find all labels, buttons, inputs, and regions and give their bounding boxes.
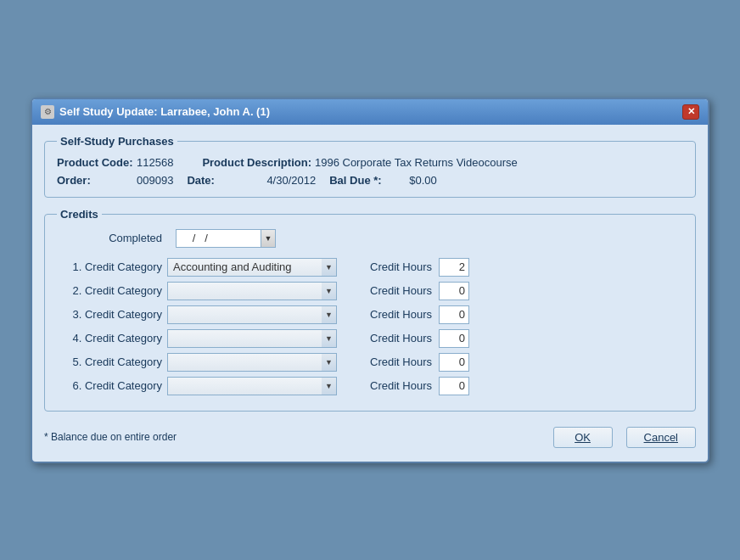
category-select-2[interactable] bbox=[167, 282, 322, 300]
order-value: 009093 bbox=[137, 174, 173, 187]
product-desc-value: 1996 Corporate Tax Returns Videocourse bbox=[315, 156, 518, 169]
credit-hours-label-2: Credit Hours bbox=[362, 284, 439, 297]
ok-label: OK bbox=[575, 431, 591, 444]
category-label-6: 6. Credit Category bbox=[57, 379, 167, 392]
category-select-wrapper-5: ▼ bbox=[167, 353, 337, 372]
credits-legend: Credits bbox=[57, 208, 102, 221]
category-select-1[interactable]: Accounting and Auditing bbox=[167, 258, 322, 277]
category-dropdown-btn-2[interactable]: ▼ bbox=[322, 282, 337, 300]
all-credit-rows: 1. Credit CategoryAccounting and Auditin… bbox=[57, 258, 683, 400]
category-row-6: 6. Credit Category▼Credit Hours bbox=[57, 377, 683, 395]
credit-hours-label-4: Credit Hours bbox=[362, 332, 439, 344]
credit-hours-input-4[interactable] bbox=[439, 329, 469, 348]
cancel-button[interactable]: Cancel bbox=[626, 427, 696, 448]
category-select-6[interactable] bbox=[167, 377, 322, 395]
date-pair: Date: 4/30/2012 bbox=[187, 174, 316, 187]
category-select-5[interactable] bbox=[167, 353, 322, 372]
credit-hours-label-5: Credit Hours bbox=[362, 356, 439, 368]
order-label: Order: bbox=[57, 174, 133, 187]
category-select-wrapper-4: ▼ bbox=[167, 329, 337, 348]
completed-label: Completed bbox=[57, 232, 167, 244]
credit-hours-input-6[interactable] bbox=[439, 377, 469, 395]
category-label-5: 5. Credit Category bbox=[57, 356, 167, 368]
category-select-wrapper-2: ▼ bbox=[167, 282, 337, 300]
credit-hours-input-5[interactable] bbox=[439, 353, 469, 372]
date-label: Date: bbox=[187, 174, 263, 187]
completed-date-field[interactable] bbox=[176, 229, 261, 248]
order-row: Order: 009093 Date: 4/30/2012 Bal Due *:… bbox=[57, 174, 683, 187]
product-desc-label: Product Description: bbox=[202, 156, 311, 169]
category-select-wrapper-1: Accounting and Auditing▼ bbox=[167, 258, 337, 277]
title-bar-left: ⚙ Self Study Update: Larrabee, John A. (… bbox=[41, 105, 270, 119]
main-window: ⚙ Self Study Update: Larrabee, John A. (… bbox=[31, 98, 709, 463]
category-label-3: 3. Credit Category bbox=[57, 308, 167, 321]
date-value: 4/30/2012 bbox=[266, 174, 316, 187]
window-icon: ⚙ bbox=[41, 105, 54, 119]
credit-hours-label-6: Credit Hours bbox=[362, 379, 439, 392]
footer-note: * Balance due on entire order bbox=[44, 431, 540, 443]
product-row: Product Code: 112568 Product Description… bbox=[57, 156, 683, 169]
completed-row: Completed ▼ bbox=[57, 229, 683, 248]
self-study-section: Self-Study Purchases Product Code: 11256… bbox=[44, 135, 696, 198]
category-dropdown-btn-1[interactable]: ▼ bbox=[322, 258, 337, 277]
credits-section: Credits Completed ▼ 1. Credit CategoryAc… bbox=[44, 208, 696, 412]
category-label-2: 2. Credit Category bbox=[57, 284, 167, 297]
category-dropdown-btn-6[interactable]: ▼ bbox=[322, 377, 337, 395]
credit-hours-input-3[interactable] bbox=[439, 305, 469, 324]
completed-date-input[interactable]: ▼ bbox=[176, 229, 276, 248]
category-label-4: 4. Credit Category bbox=[57, 332, 167, 344]
close-button[interactable]: ✕ bbox=[682, 104, 699, 120]
product-code-label: Product Code: bbox=[57, 156, 133, 169]
category-select-3[interactable] bbox=[167, 305, 322, 324]
category-dropdown-btn-4[interactable]: ▼ bbox=[322, 329, 337, 348]
title-bar: ⚙ Self Study Update: Larrabee, John A. (… bbox=[32, 99, 708, 125]
category-row-1: 1. Credit CategoryAccounting and Auditin… bbox=[57, 258, 683, 277]
category-select-wrapper-3: ▼ bbox=[167, 305, 337, 324]
window-body: Self-Study Purchases Product Code: 11256… bbox=[32, 125, 708, 462]
bal-due-pair: Bal Due *: $0.00 bbox=[329, 174, 437, 187]
category-row-3: 3. Credit Category▼Credit Hours bbox=[57, 305, 683, 324]
completed-dropdown-btn[interactable]: ▼ bbox=[261, 229, 276, 248]
bal-due-label: Bal Due *: bbox=[329, 174, 406, 187]
category-dropdown-btn-3[interactable]: ▼ bbox=[322, 305, 337, 324]
credit-hours-label-1: Credit Hours bbox=[362, 260, 439, 273]
category-dropdown-btn-5[interactable]: ▼ bbox=[322, 353, 337, 372]
credit-hours-input-2[interactable] bbox=[439, 282, 469, 300]
ok-button[interactable]: OK bbox=[553, 427, 613, 448]
product-code-value: 112568 bbox=[137, 156, 173, 169]
bal-due-value: $0.00 bbox=[409, 174, 437, 187]
category-row-2: 2. Credit Category▼Credit Hours bbox=[57, 282, 683, 300]
category-select-4[interactable] bbox=[167, 329, 322, 348]
credit-hours-input-1[interactable] bbox=[439, 258, 469, 277]
category-label-1: 1. Credit Category bbox=[57, 260, 167, 273]
order-pair: Order: 009093 bbox=[57, 174, 173, 187]
category-select-wrapper-6: ▼ bbox=[167, 377, 337, 395]
self-study-legend: Self-Study Purchases bbox=[57, 135, 177, 148]
cancel-label: Cancel bbox=[644, 431, 678, 444]
credit-hours-label-3: Credit Hours bbox=[362, 308, 439, 321]
footer: * Balance due on entire order OK Cancel bbox=[44, 422, 696, 450]
window-title: Self Study Update: Larrabee, John A. (1) bbox=[59, 105, 270, 118]
category-row-5: 5. Credit Category▼Credit Hours bbox=[57, 353, 683, 372]
category-row-4: 4. Credit Category▼Credit Hours bbox=[57, 329, 683, 348]
